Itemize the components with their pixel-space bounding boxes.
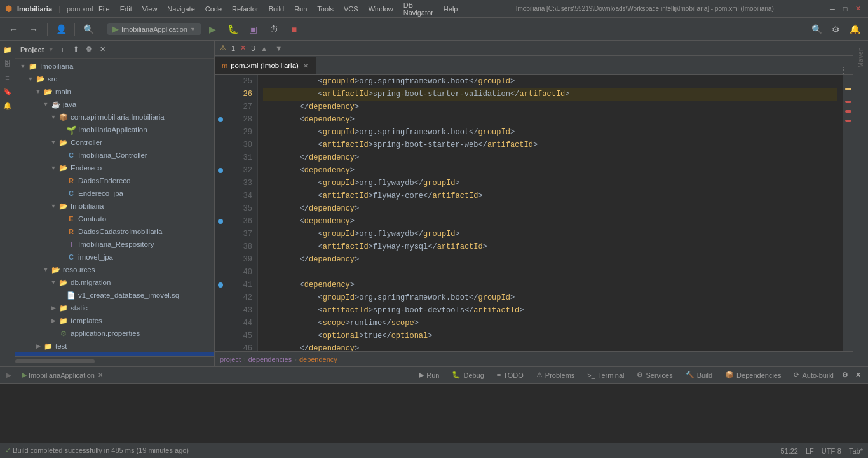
back-button[interactable]: ←	[5, 21, 22, 38]
tree-item-test[interactable]: ▶ 📁 test	[15, 340, 214, 352]
breakpoint-36[interactable]	[218, 219, 223, 224]
tree-item-db-migration[interactable]: ▼ 📂 db.migration	[15, 276, 214, 289]
prev-error-button[interactable]: ▲	[259, 45, 269, 52]
breakpoint-32[interactable]	[218, 168, 223, 173]
menu-vcs[interactable]: VCS	[339, 4, 363, 14]
menu-refactor[interactable]: Refactor	[227, 4, 263, 14]
code-editor[interactable]: <groupId>org.springframework.boot</group…	[258, 75, 843, 351]
tree-item-dados-endereco[interactable]: ▶ R DadosEndereco	[15, 174, 214, 187]
tab-terminal[interactable]: >_ Terminal	[581, 368, 630, 383]
maven-panel-label[interactable]: Maven	[857, 43, 864, 72]
tab-todo[interactable]: ≡ TODO	[491, 368, 530, 383]
warning-count: 1	[231, 45, 235, 52]
project-horizontal-scrollbar[interactable]	[15, 356, 214, 366]
tree-item-imobiliaria-folder[interactable]: ▼ 📂 Imobiliaria	[15, 200, 214, 212]
minimize-button[interactable]: ─	[827, 4, 837, 14]
breadcrumb-dependencies[interactable]: dependencies	[248, 356, 292, 363]
settings-bottom-button[interactable]: ⚙	[840, 370, 850, 380]
tab-services[interactable]: ⚙ Services	[630, 368, 679, 383]
cursor-position[interactable]: 51:22	[780, 447, 798, 455]
new-element-button[interactable]: +	[57, 44, 68, 55]
tab-pom-xml[interactable]: m pom.xml (Imobiliaria) ✕	[215, 57, 316, 74]
tree-item-controller-folder[interactable]: ▼ 📂 Controller	[15, 136, 214, 149]
hide-panel-button[interactable]: ✕	[97, 44, 108, 55]
search-everywhere-button[interactable]: 🔍	[80, 21, 97, 38]
tree-item-controller-class[interactable]: ▶ C Imobiliaria_Controller	[15, 149, 214, 162]
db-browser-icon[interactable]: 🗄	[1, 57, 14, 70]
file-name: pom.xml	[67, 5, 93, 13]
indent-type[interactable]: Tab*	[849, 447, 863, 455]
menu-db-navigator[interactable]: DB Navigator	[399, 0, 438, 18]
tree-item-imovel-jpa[interactable]: ▶ C imovel_jpa	[15, 251, 214, 263]
forward-button[interactable]: →	[25, 21, 42, 38]
tree-item-src[interactable]: ▼ 📂 src	[15, 73, 214, 85]
tab-problems[interactable]: ⚠ Problems	[530, 368, 581, 383]
hide-bottom-button[interactable]: ✕	[853, 370, 863, 380]
tree-item-static[interactable]: ▶ 📁 static	[15, 302, 214, 314]
encoding[interactable]: UTF-8	[822, 447, 841, 455]
debug-button[interactable]: 🐛	[225, 21, 241, 38]
run-config-tab-close[interactable]: ✕	[97, 371, 104, 379]
tab-run-config[interactable]: ▶ ImobiliariaApplication ✕	[15, 368, 111, 383]
run-button[interactable]: ▶	[205, 21, 221, 38]
structure-icon[interactable]: ≡	[1, 71, 14, 84]
tab-run[interactable]: ▶ Run	[412, 368, 445, 383]
menu-code[interactable]: Code	[201, 4, 226, 14]
tree-options-button[interactable]: ⚙	[83, 44, 95, 55]
breakpoint-28[interactable]	[218, 117, 223, 122]
menu-window[interactable]: Window	[364, 4, 398, 14]
tab-auto-build[interactable]: ⟳ Auto-build	[787, 368, 840, 383]
terminal-tab-icon: >_	[587, 371, 595, 379]
tree-item-contrato[interactable]: ▶ E Contrato	[15, 212, 214, 225]
menu-view[interactable]: View	[138, 4, 162, 14]
tab-overflow-button[interactable]: ⋮	[835, 66, 853, 74]
tree-item-endereco-jpa[interactable]: ▶ C Endereco_jpa	[15, 187, 214, 200]
tree-arrow-empty: ▶	[56, 254, 66, 260]
breakpoint-41[interactable]	[218, 282, 223, 288]
tab-debug[interactable]: 🐛 Debug	[445, 368, 490, 383]
code-line-27: </dependency>	[263, 101, 837, 113]
stop-button[interactable]: ■	[286, 21, 302, 38]
close-button[interactable]: ✕	[853, 4, 863, 14]
tree-item-templates[interactable]: ▶ 📁 templates	[15, 314, 214, 327]
breadcrumb-project[interactable]: project	[220, 356, 241, 363]
settings-button[interactable]: ⚙	[827, 21, 844, 38]
menu-help[interactable]: Help	[439, 4, 463, 14]
maximize-button[interactable]: □	[840, 4, 850, 14]
run-configuration[interactable]: ▶ ImobiliariaApplication ▼	[107, 23, 201, 35]
tree-item-endereco-folder[interactable]: ▼ 📂 Endereco	[15, 162, 214, 174]
notifications-icon[interactable]: 🔔	[1, 99, 14, 112]
menu-build[interactable]: Build	[264, 4, 288, 14]
menu-file[interactable]: File	[94, 4, 114, 14]
tree-item-imobiliaria-application[interactable]: ▶ 🌱 ImobiliariaApplication	[15, 123, 214, 136]
coverage-button[interactable]: ▣	[245, 21, 262, 38]
breadcrumb-dependency[interactable]: dependency	[299, 356, 337, 363]
tree-item-java[interactable]: ▼ ☕ java	[15, 98, 214, 111]
next-error-button[interactable]: ▼	[273, 45, 284, 52]
menu-edit[interactable]: Edit	[116, 4, 137, 14]
notification-button[interactable]: 🔔	[846, 21, 863, 38]
tree-item-properties[interactable]: ▶ ⚙ application.properties	[15, 327, 214, 340]
menu-navigate[interactable]: Navigate	[163, 4, 199, 14]
line-separator[interactable]: LF	[806, 447, 814, 455]
tree-item-main[interactable]: ▼ 📂 main	[15, 85, 214, 98]
bookmarks-icon[interactable]: 🔖	[1, 85, 14, 98]
menu-tools[interactable]: Tools	[313, 4, 338, 14]
project-tool-icon[interactable]: 📁	[1, 43, 14, 56]
profile-run-button[interactable]: ⏱	[266, 21, 282, 38]
search-button[interactable]: 🔍	[808, 21, 825, 38]
tree-item-com-package[interactable]: ▼ 📦 com.apiimobiliaria.Imobiliaria	[15, 111, 214, 123]
tree-item-repository[interactable]: ▶ I Imobiliaria_Respository	[15, 238, 214, 251]
menu-run[interactable]: Run	[290, 4, 311, 14]
project-dropdown-icon[interactable]: ▼	[48, 46, 54, 53]
profile-button[interactable]: 👤	[53, 21, 69, 38]
tab-dependencies[interactable]: 📦 Dependencies	[719, 368, 787, 383]
tree-item-resources[interactable]: ▼ 📂 resources	[15, 263, 214, 276]
tree-item-dados-cadastro[interactable]: ▶ R DadosCadastroImobiliaria	[15, 225, 214, 238]
tree-item-sql-file[interactable]: ▶ 📄 v1_create_database_imovel.sq	[15, 289, 214, 302]
folder-icon: 📁	[28, 61, 38, 71]
tab-close-button[interactable]: ✕	[302, 62, 309, 70]
tree-item-imobiliaria[interactable]: ▼ 📁 Imobiliaria	[15, 60, 214, 73]
collapse-all-button[interactable]: ⬆	[70, 44, 81, 55]
tab-build[interactable]: 🔨 Build	[679, 368, 719, 383]
